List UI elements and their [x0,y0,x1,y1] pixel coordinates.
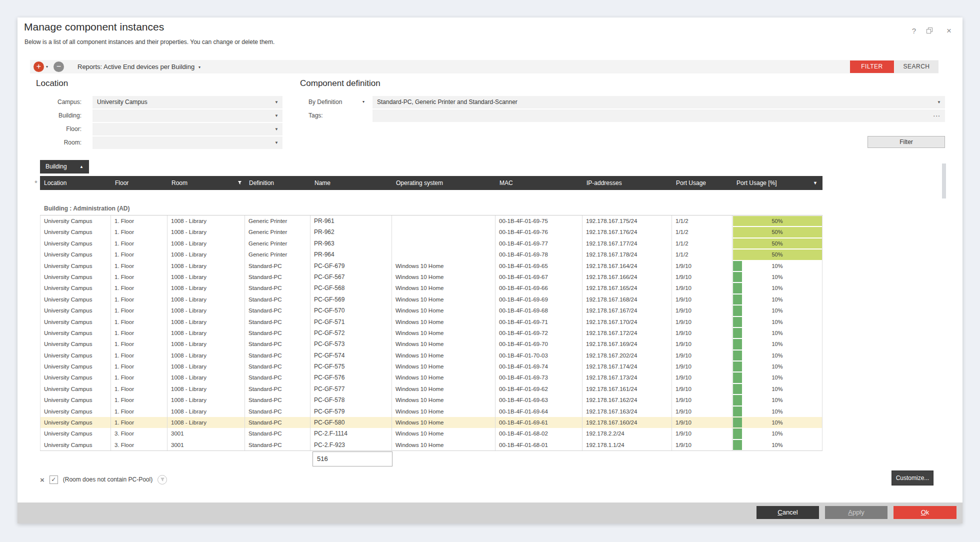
column-filter-funnel-icon[interactable] [238,180,242,186]
name-column-summary[interactable]: 516 [312,452,392,466]
cell-location: University Campus [40,394,111,406]
cell-location: University Campus [40,361,111,372]
table-row[interactable]: University Campus1. Floor1008 - LibraryS… [40,394,822,406]
cell-os: Windows 10 Home [392,305,496,316]
column-header-mac[interactable]: MAC [496,176,582,190]
cell-floor: 1. Floor [111,394,168,406]
help-icon[interactable]: ? [908,26,920,36]
close-icon[interactable]: × [944,26,954,36]
table-row[interactable]: University Campus1. Floor1008 - LibraryS… [40,338,822,350]
cancel-button[interactable]: Cancel [756,506,819,519]
filter-tab-button[interactable]: FILTER [850,60,894,73]
cell-mac: 00-1B-4F-01-69-71 [496,316,582,328]
customize-button[interactable]: Customize... [892,470,934,486]
location-heading: Location [36,78,68,88]
usage-pct-label: 10% [732,294,822,305]
cell-room: 1008 - Library [168,249,245,260]
condition-checkbox[interactable]: ✓ [50,476,58,484]
add-instance-button[interactable]: + [34,62,44,72]
column-header-operating-system[interactable]: Operating system [392,176,496,190]
condition-filter-icon[interactable] [158,475,167,484]
table-row[interactable]: University Campus1. Floor1008 - LibraryG… [40,249,822,260]
cell-ports: 1/9/10 [672,338,732,350]
cell-port-usage-pct: 10% [732,316,822,328]
instances-table: LocationFloorRoomDefinitionNameOperating… [40,176,822,451]
ok-button[interactable]: Ok [894,506,956,519]
table-row[interactable]: University Campus1. Floor1008 - LibraryG… [40,216,822,226]
table-row[interactable]: University Campus1. Floor1008 - LibraryG… [40,238,822,249]
cell-room: 1008 - Library [168,316,245,328]
column-header-floor[interactable]: Floor [111,176,168,190]
cell-ports: 1/1/2 [672,216,732,226]
floor-select[interactable]: ▼ [92,123,282,136]
table-row[interactable]: University Campus1. Floor1008 - LibraryS… [40,350,822,361]
chevron-up-icon: ▲ [80,160,84,174]
table-row[interactable]: University Campus1. Floor1008 - LibraryS… [40,361,822,372]
column-header-port-usage[interactable]: Port Usage [672,176,732,190]
search-tab-button[interactable]: SEARCH [894,60,938,73]
remove-instance-button[interactable]: − [54,62,64,72]
cell-ports: 1/9/10 [672,361,732,372]
room-select[interactable]: ▼ [92,136,282,149]
usage-pct-label: 10% [732,316,822,328]
cell-mac: 00-1B-4F-01-68-02 [496,428,582,439]
table-row[interactable]: University Campus3. Floor3001Standard-PC… [40,428,822,439]
table-row[interactable]: University Campus1. Floor1008 - LibraryS… [40,417,822,428]
table-row[interactable]: University Campus3. Floor3001Standard-PC… [40,440,822,450]
cell-name: PC-GF-573 [310,338,392,350]
apply-button[interactable]: Apply [825,506,888,519]
table-row[interactable]: University Campus1. Floor1008 - LibraryS… [40,305,822,316]
group-by-building-chip[interactable]: Building ▲ [40,160,89,174]
chevron-down-icon: ▼ [937,96,941,108]
room-label: Room: [39,139,82,146]
table-row[interactable]: University Campus1. Floor1008 - LibraryS… [40,328,822,338]
tags-field[interactable]: ... [372,110,945,122]
restore-window-icon[interactable] [926,28,932,34]
add-dropdown-caret-icon[interactable]: ▾ [46,64,48,69]
cell-room: 1008 - Library [168,372,245,383]
cell-os: Windows 10 Home [392,294,496,305]
cell-mac: 00-1B-4F-01-69-64 [496,406,582,417]
table-row[interactable]: University Campus1. Floor1008 - LibraryS… [40,282,822,294]
cell-definition: Standard-PC [245,406,310,417]
cell-mac: 00-1B-4F-01-69-69 [496,294,582,305]
cell-floor: 3. Floor [111,428,168,439]
by-definition-label[interactable]: By Definition [308,98,342,106]
cell-floor: 1. Floor [111,294,168,305]
table-row[interactable]: University Campus1. Floor1008 - LibraryS… [40,372,822,383]
column-header-ip-addresses[interactable]: IP-addresses [582,176,672,190]
table-row[interactable]: University Campus1. Floor1008 - LibraryS… [40,294,822,305]
column-header-definition[interactable]: Definition [245,176,310,190]
scrollbar-thumb[interactable] [942,164,946,198]
column-menu-caret-icon[interactable]: ▼ [813,180,818,186]
table-row[interactable]: University Campus1. Floor1008 - LibraryG… [40,226,822,238]
cell-definition: Standard-PC [245,260,310,272]
column-header-location[interactable]: Location [40,176,111,190]
cell-location: University Campus [40,282,111,294]
table-row[interactable]: University Campus1. Floor1008 - LibraryS… [40,316,822,328]
definition-select[interactable]: Standard-PC, Generic Printer and Standar… [372,96,945,108]
cell-port-usage-pct: 10% [732,260,822,272]
cell-name: PR-962 [310,226,392,238]
campus-select[interactable]: University Campus ▼ [92,96,282,108]
remove-condition-icon[interactable]: × [40,476,44,484]
cell-definition: Standard-PC [245,328,310,338]
reports-dropdown[interactable]: Reports: Active End devices per Building [78,63,194,70]
column-header-port-usage-[interactable]: Port Usage [%] [732,176,822,190]
table-row[interactable]: University Campus1. Floor1008 - LibraryS… [40,384,822,394]
chevron-down-icon: ▼ [274,123,278,136]
table-row[interactable]: University Campus1. Floor1008 - LibraryS… [40,260,822,272]
cell-room: 1008 - Library [168,338,245,350]
tags-label: Tags: [308,112,323,119]
cell-port-usage-pct: 10% [732,428,822,439]
column-header-room[interactable]: Room [168,176,245,190]
cell-mac: 00-1B-4F-01-69-74 [496,361,582,372]
ellipsis-icon[interactable]: ... [933,108,940,120]
column-header-name[interactable]: Name [310,176,392,190]
table-row[interactable]: University Campus1. Floor1008 - LibraryS… [40,272,822,282]
table-row[interactable]: University Campus1. Floor1008 - LibraryS… [40,406,822,417]
building-select[interactable]: ▼ [92,110,282,122]
apply-filter-button[interactable]: Filter [868,136,945,148]
cell-name: PR-963 [310,238,392,249]
chevron-down-icon: ▼ [274,96,278,108]
